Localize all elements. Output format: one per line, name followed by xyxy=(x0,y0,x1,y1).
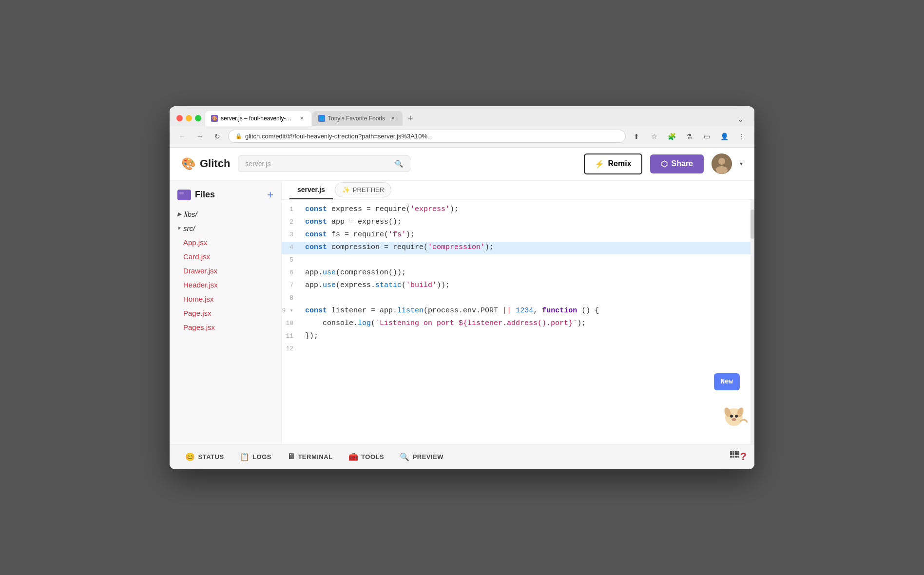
add-file-button[interactable]: + xyxy=(267,189,273,201)
search-box[interactable]: server.js 🔍 xyxy=(238,155,410,172)
code-line-11: 11 }); xyxy=(282,330,754,343)
code-line-5: 5 xyxy=(282,254,754,267)
glitch-logo-text: Glitch xyxy=(200,157,230,170)
logs-button[interactable]: 📋 LOGS xyxy=(232,448,279,465)
svg-rect-17 xyxy=(735,453,737,455)
tab-overflow-button[interactable]: ⌄ xyxy=(733,113,748,126)
line-content-4: const compression = require('compression… xyxy=(301,242,754,254)
remix-button[interactable]: ⚡ Remix xyxy=(584,153,642,174)
files-icon xyxy=(177,190,191,200)
line-content-3: const fs = require('fs'); xyxy=(301,229,754,242)
layout-grid-icon[interactable] xyxy=(730,450,740,463)
file-name-homejsx: Home.jsx xyxy=(183,295,214,303)
line-content-12 xyxy=(301,343,754,356)
sidebar-item-appjsx[interactable]: App.jsx xyxy=(170,235,281,249)
chevron-right-icon: ▶ xyxy=(177,211,181,217)
prettier-icon: ✨ xyxy=(342,186,350,193)
file-name-headerjsx: Header.jsx xyxy=(183,281,218,289)
new-tab-button[interactable]: + xyxy=(404,112,417,126)
avatar-chevron-icon[interactable]: ▾ xyxy=(740,160,743,167)
menu-icon[interactable]: ⋮ xyxy=(735,130,749,143)
share-page-icon[interactable]: ⬆ xyxy=(630,130,643,143)
browser-window: 🎨 server.js – foul-heavenly-direc ✕ 🌐 To… xyxy=(170,106,754,469)
sidebar-item-cardjsx[interactable]: Card.jsx xyxy=(170,249,281,264)
svg-point-9 xyxy=(735,415,738,418)
svg-rect-22 xyxy=(737,456,739,458)
glitch-logo[interactable]: 🎨 Glitch xyxy=(181,157,230,171)
sidebar-toggle-icon[interactable]: ▭ xyxy=(700,130,713,143)
bookmark-icon[interactable]: ☆ xyxy=(647,130,661,143)
prettier-label: PRETTIER xyxy=(353,186,384,193)
sidebar-item-pagejsx[interactable]: Page.jsx xyxy=(170,306,281,320)
sidebar-item-headerjsx[interactable]: Header.jsx xyxy=(170,278,281,292)
sidebar-item-drawerjsx[interactable]: Drawer.jsx xyxy=(170,264,281,278)
line-number-3: 3 xyxy=(282,229,301,242)
code-line-6: 6 app.use(compression()); xyxy=(282,267,754,280)
tools-button[interactable]: 🧰 TOOLS xyxy=(341,448,392,465)
avatar[interactable] xyxy=(712,153,732,174)
sidebar-item-libs[interactable]: ▶ libs/ xyxy=(170,207,281,221)
code-line-7: 7 app.use(express.static('build')); xyxy=(282,280,754,292)
tools-label: TOOLS xyxy=(361,453,384,460)
preview-icon: 🔍 xyxy=(400,452,410,461)
status-button[interactable]: 😊 STATUS xyxy=(177,448,232,465)
terminal-label: TERMINAL xyxy=(298,453,332,460)
code-line-4: 4 const compression = require('compressi… xyxy=(282,242,754,254)
back-button[interactable]: ← xyxy=(175,130,189,143)
preview-button[interactable]: 🔍 PREVIEW xyxy=(392,448,451,465)
terminal-button[interactable]: 🖥 TERMINAL xyxy=(279,448,341,465)
status-icon: 😊 xyxy=(185,452,195,461)
code-line-12: 12 xyxy=(282,343,754,356)
terminal-icon: 🖥 xyxy=(287,452,295,461)
svg-point-10 xyxy=(732,418,736,421)
line-number-12: 12 xyxy=(282,343,301,356)
browser-tab-tonys[interactable]: 🌐 Tony's Favorite Foods ✕ xyxy=(312,111,403,126)
status-label: STATUS xyxy=(198,453,224,460)
svg-rect-16 xyxy=(732,453,734,455)
tools-icon: 🧰 xyxy=(348,452,359,461)
search-icon: 🔍 xyxy=(395,160,403,168)
svg-rect-20 xyxy=(732,456,734,458)
svg-rect-15 xyxy=(730,453,732,455)
sidebar-item-src[interactable]: ▾ src/ xyxy=(170,221,281,235)
sidebar-title: Files xyxy=(177,190,215,200)
file-name-drawerjsx: Drawer.jsx xyxy=(183,267,217,275)
browser-titlebar: 🎨 server.js – foul-heavenly-direc ✕ 🌐 To… xyxy=(170,106,754,126)
forward-button[interactable]: → xyxy=(193,130,207,143)
svg-rect-13 xyxy=(735,451,737,453)
share-button[interactable]: ⬡ Share xyxy=(650,154,704,173)
line-number-9: 9 ▾ xyxy=(282,305,301,318)
tab-close-tonys[interactable]: ✕ xyxy=(389,115,397,122)
dog-mascot xyxy=(721,402,748,429)
line-number-4: 4 xyxy=(282,242,301,254)
close-window-button[interactable] xyxy=(176,115,183,121)
browser-tab-serverjs[interactable]: 🎨 server.js – foul-heavenly-direc ✕ xyxy=(205,111,311,126)
maximize-window-button[interactable] xyxy=(195,115,201,121)
tab-favicon-serverjs: 🎨 xyxy=(211,115,218,122)
sidebar-item-pagesjsx[interactable]: Pages.jsx xyxy=(170,320,281,334)
new-badge[interactable]: New xyxy=(714,373,740,390)
minimize-window-button[interactable] xyxy=(186,115,192,121)
toolbar-actions: ⬆ ☆ 🧩 ⚗ ▭ 👤 ⋮ xyxy=(630,130,749,143)
code-editor[interactable]: 1 const express = require('express'); 2 … xyxy=(282,200,754,444)
extensions-icon[interactable]: 🧩 xyxy=(665,130,678,143)
scrollbar-thumb[interactable] xyxy=(751,210,754,239)
profile-icon[interactable]: 👤 xyxy=(717,130,731,143)
lab-icon[interactable]: ⚗ xyxy=(682,130,696,143)
glitch-logo-icon: 🎨 xyxy=(181,157,196,171)
line-content-5 xyxy=(301,254,754,267)
sidebar-item-homejsx[interactable]: Home.jsx xyxy=(170,292,281,306)
reload-button[interactable]: ↻ xyxy=(211,130,224,143)
prettier-button[interactable]: ✨ PRETTIER xyxy=(335,182,391,197)
preview-label: PREVIEW xyxy=(413,453,443,460)
address-bar[interactable]: 🔒 glitch.com/edit/#!/foul-heavenly-direc… xyxy=(228,130,626,143)
tab-close-serverjs[interactable]: ✕ xyxy=(298,115,306,122)
editor-tab-serverjs[interactable]: server.js xyxy=(289,181,333,199)
line-content-10: console.log(`Listening on port ${listene… xyxy=(301,318,754,330)
line-number-6: 6 xyxy=(282,267,301,280)
file-name-pagesjsx: Pages.jsx xyxy=(183,323,215,331)
help-button[interactable]: ? xyxy=(740,450,747,463)
files-title-text: Files xyxy=(195,190,215,200)
line-content-11: }); xyxy=(301,330,754,343)
svg-point-1 xyxy=(718,158,725,165)
